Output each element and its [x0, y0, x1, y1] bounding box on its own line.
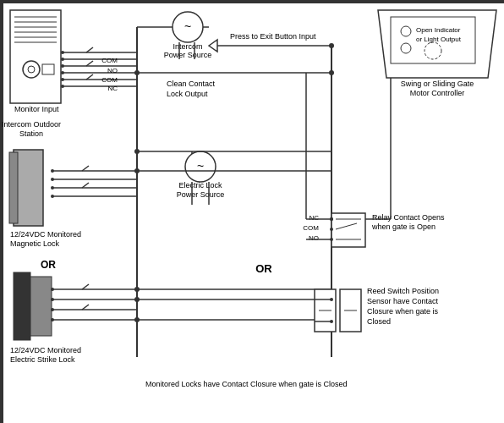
- svg-rect-53: [30, 277, 52, 336]
- intercom-outdoor-label2: Station: [19, 129, 43, 138]
- intercom-outdoor-label: Intercom Outdoor: [2, 120, 61, 129]
- intercom-power-symbol: ~: [184, 19, 191, 33]
- nc2-label: NC: [309, 214, 319, 222]
- svg-point-102: [134, 149, 140, 154]
- monitored-locks-label: Monitored Locks have Contact Closure whe…: [145, 380, 348, 388]
- intercom-power-label: Intercom: [173, 42, 202, 51]
- magnetic-lock-label: 12/24VDC Monitored: [10, 230, 81, 239]
- svg-point-68: [134, 287, 140, 292]
- reed-switch-label2: Sensor have Contact: [367, 297, 439, 305]
- nc-label: NC: [107, 85, 118, 92]
- press-exit-label: Press to Exit Button Input: [230, 32, 316, 41]
- monitor-input-label: Monitor Input: [14, 105, 59, 113]
- or1-label: OR: [41, 259, 56, 271]
- no-label: NO: [107, 67, 118, 74]
- electric-strike-label2: Electric Strike Lock: [10, 355, 75, 364]
- electric-lock-power-label: Electric Lock: [178, 181, 222, 190]
- svg-point-93: [330, 217, 333, 221]
- no3-label: NO: [309, 234, 319, 242]
- open-indicator-label2: or Light Output: [416, 36, 462, 43]
- svg-point-36: [134, 70, 140, 75]
- open-indicator-label: Open Indicator: [416, 26, 461, 34]
- electric-strike-label: 12/24VDC Monitored: [10, 346, 81, 354]
- svg-point-86: [401, 43, 411, 53]
- intercom-power-label2: Power Source: [164, 51, 212, 59]
- clean-contact-label2: Lock Output: [167, 90, 208, 98]
- clean-contact-label: Clean Contact: [167, 80, 216, 88]
- svg-point-95: [329, 43, 334, 48]
- svg-rect-41: [9, 152, 18, 223]
- svg-rect-52: [14, 272, 30, 340]
- swing-gate-label: Swing or Sliding Gate: [401, 80, 474, 88]
- svg-rect-69: [331, 213, 365, 247]
- svg-point-66: [134, 168, 140, 173]
- or2-label: OR: [255, 262, 272, 275]
- svg-point-74: [330, 228, 333, 231]
- magnetic-lock-label2: Magnetic Lock: [10, 239, 60, 248]
- reed-switch-label4: Closed: [367, 317, 391, 326]
- electric-lock-power-label2: Power Source: [177, 190, 225, 199]
- svg-point-94: [329, 70, 334, 75]
- com3-label: COM: [303, 224, 319, 232]
- wiring-diagram: Monitor Input Intercom Outdoor Station C…: [0, 0, 504, 423]
- reed-switch-label3: Closure when gate is: [367, 307, 439, 316]
- reed-switch-label: Reed Switch Position: [367, 287, 439, 295]
- svg-point-85: [401, 26, 411, 36]
- svg-point-99: [134, 317, 140, 322]
- com2-label: COM: [101, 76, 118, 84]
- svg-point-98: [134, 297, 140, 302]
- com-label: COM: [101, 57, 118, 64]
- relay-contact-label2: when gate is Open: [371, 222, 436, 231]
- relay-contact-label: Relay Contact Opens: [372, 213, 445, 222]
- swing-gate-label2: Motor Controller: [410, 89, 465, 97]
